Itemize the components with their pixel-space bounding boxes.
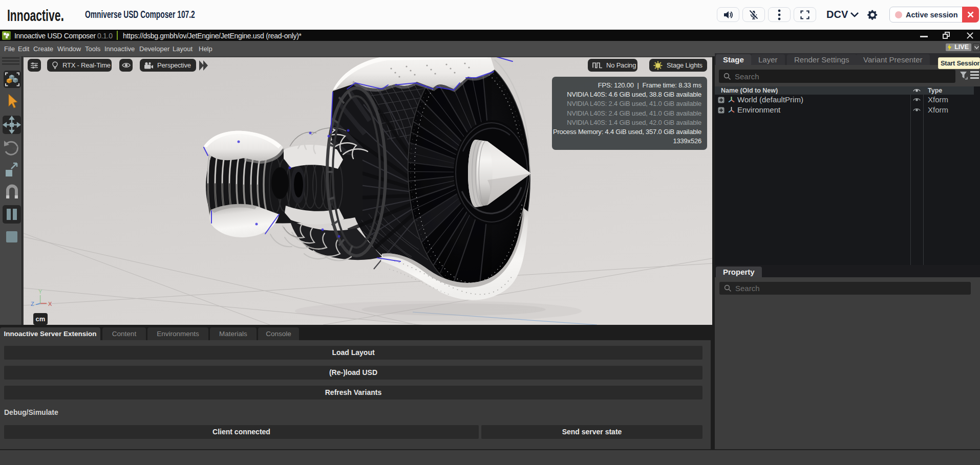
- svg-text:Y: Y: [38, 289, 42, 295]
- svg-text:X: X: [48, 301, 52, 307]
- svg-text:Z: Z: [31, 301, 34, 307]
